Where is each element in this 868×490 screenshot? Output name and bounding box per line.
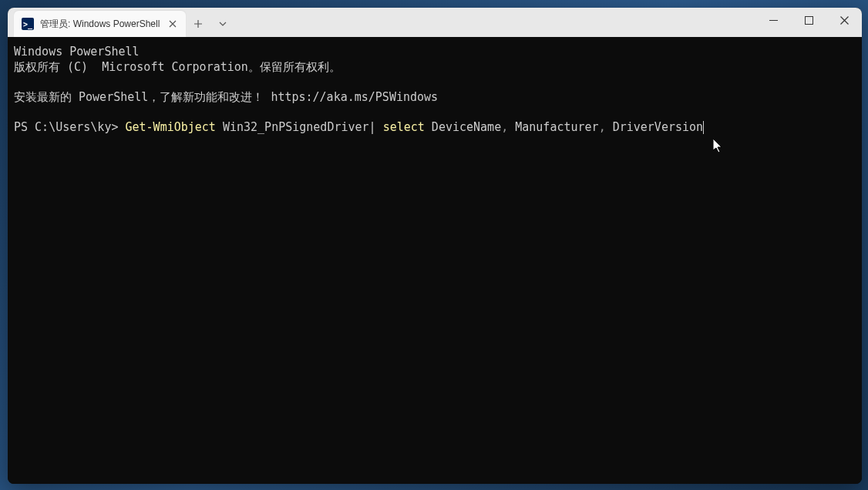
terminal-line: Windows PowerShell <box>14 45 856 60</box>
tab-title: 管理员: Windows PowerShell <box>40 18 160 31</box>
maximize-button[interactable] <box>791 8 826 32</box>
tab-active[interactable]: >_ 管理员: Windows PowerShell <box>14 11 186 37</box>
tab-dropdown-button[interactable] <box>210 11 235 37</box>
close-icon <box>840 16 849 25</box>
window-controls <box>755 8 862 32</box>
powershell-icon: >_ <box>22 18 34 30</box>
titlebar[interactable]: >_ 管理员: Windows PowerShell <box>8 8 862 37</box>
chevron-down-icon <box>219 22 227 26</box>
prompt: PS C:\Users\ky> <box>14 120 118 134</box>
terminal-content[interactable]: Windows PowerShell 版权所有 (C) Microsoft Co… <box>8 37 862 484</box>
maximize-icon <box>805 16 813 25</box>
svg-rect-1 <box>805 16 812 24</box>
terminal-line: 安装最新的 PowerShell，了解新功能和改进！ https://aka.m… <box>14 90 856 106</box>
plus-icon <box>193 19 203 29</box>
close-window-button[interactable] <box>826 8 862 32</box>
minimize-button[interactable] <box>755 8 791 32</box>
terminal-line: 版权所有 (C) Microsoft Corporation。保留所有权利。 <box>14 60 856 76</box>
terminal-line <box>14 75 856 90</box>
tab-close-button[interactable] <box>166 17 180 31</box>
svg-rect-0 <box>769 20 778 21</box>
mouse-cursor-icon <box>713 139 724 154</box>
new-tab-button[interactable] <box>186 11 210 37</box>
text-cursor <box>703 121 704 134</box>
terminal-line <box>14 105 856 120</box>
terminal-window: >_ 管理员: Windows PowerShell <box>8 8 862 484</box>
close-icon <box>169 20 177 28</box>
minimize-icon <box>769 20 778 21</box>
terminal-prompt-line: PS C:\Users\ky> Get-WmiObject Win32_PnPS… <box>14 120 856 136</box>
